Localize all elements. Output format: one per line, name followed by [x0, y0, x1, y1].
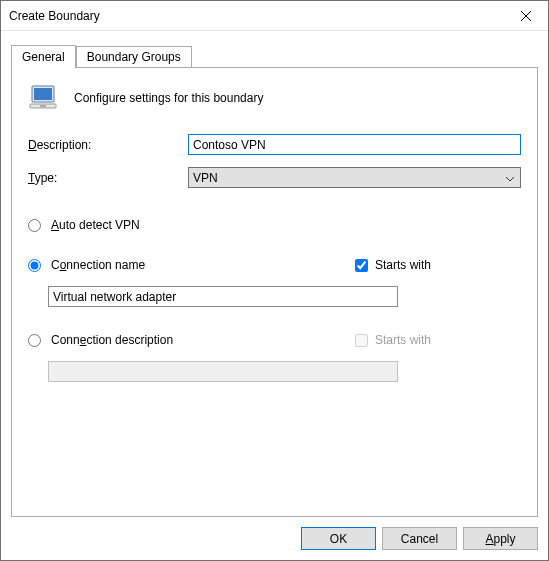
row-description: Description: [28, 134, 521, 155]
connection-name-input[interactable] [48, 286, 398, 307]
type-label: Type: [28, 171, 188, 185]
svg-rect-3 [40, 105, 46, 107]
radio-auto-detect[interactable]: Auto detect VPN [28, 218, 521, 232]
ok-button[interactable]: OK [301, 527, 376, 550]
description-input[interactable] [188, 134, 521, 155]
close-button[interactable] [503, 1, 548, 30]
row-connection-description: Connection description Starts with [28, 323, 521, 357]
checkbox-starts-with-desc-input [355, 334, 368, 347]
checkbox-starts-with-desc: Starts with [351, 331, 431, 350]
tab-general[interactable]: General [11, 45, 76, 68]
dialog-buttons: OK Cancel Apply [301, 527, 538, 550]
radio-connection-description-label: Connection description [51, 333, 173, 347]
panel-header: Configure settings for this boundary [28, 82, 521, 114]
checkbox-starts-with-name-input[interactable] [355, 259, 368, 272]
radio-connection-name-label: Connection name [51, 258, 145, 272]
cancel-button[interactable]: Cancel [382, 527, 457, 550]
row-type: Type: VPN [28, 167, 521, 188]
panel-header-text: Configure settings for this boundary [74, 91, 263, 105]
description-label: Description: [28, 138, 188, 152]
tabpanel-general: Configure settings for this boundary Des… [11, 67, 538, 517]
tabs: General Boundary Groups [11, 45, 538, 67]
tab-boundary-groups[interactable]: Boundary Groups [76, 46, 192, 67]
type-select[interactable]: VPN [188, 167, 521, 188]
checkbox-starts-with-desc-label: Starts with [375, 333, 431, 347]
radio-connection-description-input[interactable] [28, 334, 41, 347]
radio-auto-detect-input[interactable] [28, 219, 41, 232]
chevron-down-icon [506, 171, 514, 185]
radio-auto-detect-label: Auto detect VPN [51, 218, 140, 232]
titlebar[interactable]: Create Boundary [1, 1, 548, 31]
checkbox-starts-with-name[interactable]: Starts with [351, 256, 431, 275]
close-icon [521, 11, 531, 21]
radio-connection-description[interactable]: Connection description [28, 333, 173, 347]
computer-icon [28, 82, 60, 114]
apply-button[interactable]: Apply [463, 527, 538, 550]
svg-rect-1 [34, 88, 52, 100]
dialog-content: General Boundary Groups Configure settin… [1, 31, 548, 517]
connection-description-input [48, 361, 398, 382]
checkbox-starts-with-name-label: Starts with [375, 258, 431, 272]
type-select-wrap: VPN [188, 167, 521, 188]
window-title: Create Boundary [9, 9, 100, 23]
radio-connection-name-input[interactable] [28, 259, 41, 272]
radio-connection-name[interactable]: Connection name [28, 258, 145, 272]
row-connection-name: Connection name Starts with [28, 248, 521, 282]
type-select-value: VPN [193, 171, 218, 185]
